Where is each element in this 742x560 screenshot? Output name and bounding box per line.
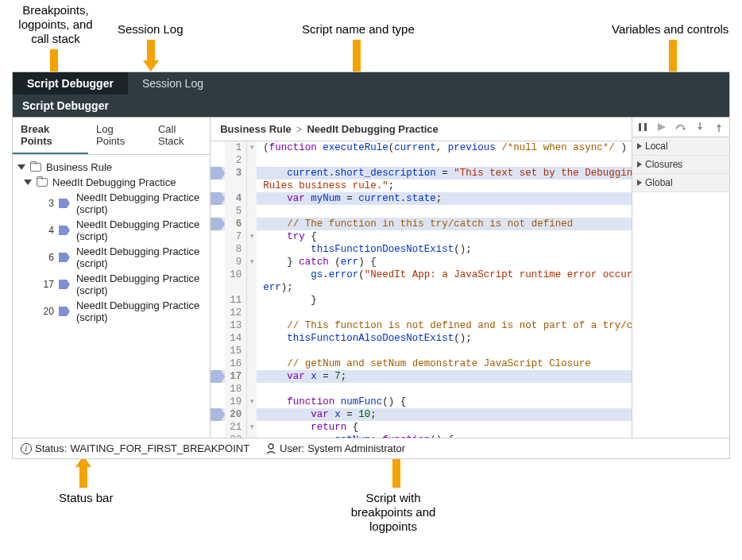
code-text: var x = 10; <box>257 408 632 421</box>
gutter-fold[interactable]: ▾ <box>247 421 257 434</box>
gutter-fold[interactable]: ▾ <box>247 434 257 438</box>
gutter-fold[interactable] <box>247 268 257 281</box>
gutter-breakpoint[interactable] <box>211 154 225 167</box>
gutter-fold[interactable] <box>247 218 257 230</box>
gutter-breakpoint[interactable] <box>211 281 225 294</box>
code-line[interactable]: Rules business rule."; <box>211 180 632 192</box>
gutter-breakpoint[interactable] <box>211 256 225 268</box>
breakpoint-item[interactable]: 3 NeedIt Debugging Practice (script) <box>16 190 207 217</box>
code-line[interactable]: 22▾ getNum: function() { <box>211 434 632 438</box>
step-out-button[interactable] <box>713 122 725 133</box>
gutter-breakpoint[interactable] <box>211 383 225 396</box>
code-line[interactable]: 8 thisFunctionDoesNotExist(); <box>211 243 632 256</box>
code-line[interactable]: 13 // This function is not defined and i… <box>211 319 632 332</box>
gutter-breakpoint[interactable] <box>211 192 225 205</box>
gutter-breakpoint[interactable] <box>211 396 225 408</box>
scope-local[interactable]: Local <box>632 137 729 156</box>
breakpoint-item[interactable]: 6 NeedIt Debugging Practice (script) <box>16 244 207 271</box>
step-over-button[interactable] <box>675 122 686 133</box>
code-line[interactable]: 4 var myNum = current.state; <box>211 192 632 205</box>
scope-closures[interactable]: Closures <box>632 156 729 174</box>
code-line[interactable]: err); <box>211 281 632 294</box>
tab-callstack[interactable]: Call Stack <box>150 118 210 154</box>
annotation-status-bar: Status bar <box>59 491 113 505</box>
gutter-breakpoint[interactable] <box>211 370 225 383</box>
breakpoint-label: NeedIt Debugging Practice (script) <box>76 272 205 296</box>
code-line[interactable]: 2 <box>211 154 632 167</box>
tree-script[interactable]: NeedIt Debugging Practice <box>16 175 207 190</box>
gutter-fold[interactable] <box>247 281 257 294</box>
gutter-breakpoint[interactable] <box>211 345 225 357</box>
code-line[interactable]: 20 var x = 10; <box>211 408 632 421</box>
tab-logpoints[interactable]: Log Points <box>88 118 150 154</box>
code-line[interactable]: 11 } <box>211 294 632 307</box>
gutter-breakpoint[interactable] <box>211 243 225 256</box>
gutter-breakpoint[interactable] <box>211 230 225 243</box>
pause-button[interactable] <box>637 122 648 133</box>
gutter-breakpoint[interactable] <box>211 332 225 345</box>
gutter-breakpoint[interactable] <box>211 319 225 332</box>
step-into-button[interactable] <box>694 122 705 133</box>
gutter-fold[interactable]: ▾ <box>247 141 257 154</box>
code-line[interactable]: 3 current.short_description = "This text… <box>211 167 632 180</box>
code-line[interactable]: 5 <box>211 205 632 218</box>
code-line[interactable]: 12 <box>211 307 632 319</box>
code-line[interactable]: 7▾ try { <box>211 230 632 243</box>
gutter-breakpoint[interactable] <box>211 205 225 218</box>
tree-root[interactable]: Business Rule <box>16 160 207 175</box>
gutter-fold[interactable] <box>247 243 257 256</box>
gutter-fold[interactable] <box>247 154 257 167</box>
gutter-breakpoint[interactable] <box>211 307 225 319</box>
gutter-breakpoint[interactable] <box>211 434 225 438</box>
gutter-fold[interactable] <box>247 408 257 421</box>
code-line[interactable]: 19▾ function numFunc() { <box>211 396 632 408</box>
code-line[interactable]: 18 <box>211 383 632 396</box>
resume-button[interactable] <box>656 122 667 133</box>
gutter-fold[interactable] <box>247 307 257 319</box>
code-line[interactable]: 17 var x = 7; <box>211 370 632 383</box>
gutter-breakpoint[interactable] <box>211 357 225 370</box>
gutter-fold[interactable] <box>247 205 257 218</box>
tab-breakpoints[interactable]: Break Points <box>13 118 88 154</box>
code-line[interactable]: 15 <box>211 345 632 357</box>
tab-session-log[interactable]: Session Log <box>128 72 218 95</box>
code-line[interactable]: 16 // getNum and setNum demonstrate Java… <box>211 357 632 370</box>
gutter-breakpoint[interactable] <box>211 180 225 192</box>
gutter-fold[interactable]: ▾ <box>247 396 257 408</box>
gutter-breakpoint[interactable] <box>211 218 225 230</box>
code-line[interactable]: 10 gs.error("NeedIt App: a JavaScript ru… <box>211 268 632 281</box>
gutter-fold[interactable] <box>247 192 257 205</box>
code-line[interactable]: 14 thisFunctionAlsoDoesNotExist(); <box>211 332 632 345</box>
code-line[interactable]: 21▾ return { <box>211 421 632 434</box>
status-segment: i Status: WAITING_FOR_FIRST_BREAKPOINT <box>21 442 249 454</box>
gutter-line-number: 6 <box>225 218 247 230</box>
code-text <box>257 205 632 218</box>
gutter-fold[interactable] <box>247 357 257 370</box>
breakpoint-item[interactable]: 4 NeedIt Debugging Practice (script) <box>16 217 207 244</box>
gutter-fold[interactable] <box>247 294 257 307</box>
gutter-breakpoint[interactable] <box>211 294 225 307</box>
scope-global[interactable]: Global <box>632 174 729 192</box>
gutter-fold[interactable] <box>247 332 257 345</box>
breakpoint-item[interactable]: 20 NeedIt Debugging Practice (script) <box>16 298 207 325</box>
gutter-fold[interactable] <box>247 180 257 192</box>
tab-script-debugger[interactable]: Script Debugger <box>13 72 128 95</box>
gutter-fold[interactable] <box>247 319 257 332</box>
gutter-breakpoint[interactable] <box>211 268 225 281</box>
gutter-breakpoint[interactable] <box>211 421 225 434</box>
gutter-fold[interactable] <box>247 383 257 396</box>
code-line[interactable]: 9▾ } catch (err) { <box>211 256 632 268</box>
gutter-fold[interactable]: ▾ <box>247 230 257 243</box>
breakpoint-item[interactable]: 17 NeedIt Debugging Practice (script) <box>16 271 207 298</box>
gutter-fold[interactable] <box>247 167 257 180</box>
code-editor[interactable]: 1▾(function executeRule(current, previou… <box>211 141 632 438</box>
gutter-breakpoint[interactable] <box>211 167 225 180</box>
gutter-breakpoint[interactable] <box>211 408 225 421</box>
code-line[interactable]: 1▾(function executeRule(current, previou… <box>211 141 632 154</box>
code-line[interactable]: 6 // The function in this try/catch is n… <box>211 218 632 230</box>
annotation-script-name: Script name and type <box>302 22 415 37</box>
gutter-fold[interactable] <box>247 370 257 383</box>
gutter-breakpoint[interactable] <box>211 141 225 154</box>
gutter-fold[interactable]: ▾ <box>247 256 257 268</box>
gutter-fold[interactable] <box>247 345 257 357</box>
